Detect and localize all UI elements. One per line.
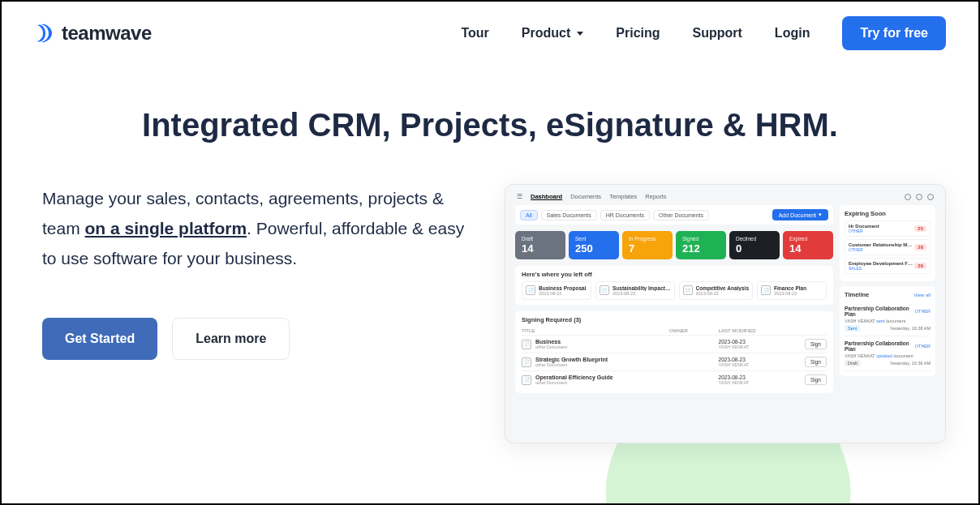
nav-support[interactable]: Support xyxy=(693,26,742,41)
stat-value: 212 xyxy=(682,242,720,255)
hero: Integrated CRM, Projects, eSignature & H… xyxy=(2,107,978,143)
th-title: TITLE xyxy=(522,328,669,333)
th-modified: LAST MODIFIED xyxy=(719,328,788,333)
document-icon: 📄 xyxy=(600,285,609,295)
brand-logo[interactable]: teamwave xyxy=(34,22,152,45)
timeline-item[interactable]: Partnership Collaboration PlanOTHER YASH… xyxy=(845,302,931,336)
stat-value: 14 xyxy=(522,242,559,255)
add-doc-label: Add Document xyxy=(779,212,816,218)
stat-card-signed[interactable]: Signed212 xyxy=(676,231,726,259)
tab-documents[interactable]: Documents xyxy=(570,193,601,200)
add-document-button[interactable]: Add Document ▾ xyxy=(772,209,828,220)
desc-underline: on a single platform xyxy=(85,219,247,238)
help-icon[interactable] xyxy=(905,194,911,200)
document-icon: 📄 xyxy=(526,285,535,295)
dashboard-preview: ☰ Dashboard Documents Templates Reports … xyxy=(505,184,946,443)
timeline-title: Timeline xyxy=(845,291,869,298)
hero-headline: Integrated CRM, Projects, eSignature & H… xyxy=(34,107,946,143)
row-date: 2023-08-23 xyxy=(719,339,788,345)
stat-label: In Progress xyxy=(629,236,666,242)
leftoff-date: 2023-08-23 xyxy=(612,291,671,296)
stat-value: 250 xyxy=(575,242,612,255)
pill-all[interactable]: All xyxy=(520,210,538,220)
pill-hr[interactable]: HR Documents xyxy=(600,210,650,220)
hero-description-column: Manage your sales, contacts, agreements,… xyxy=(42,184,480,360)
nav-tour[interactable]: Tour xyxy=(461,26,488,41)
chevron-down-icon xyxy=(577,32,583,36)
leftoff-date: 2023-08-23 xyxy=(696,291,750,296)
document-icon: 📄 xyxy=(761,285,771,295)
timeline-time: Yesterday, 10:38 AM xyxy=(890,326,931,331)
expiring-badge: 26 xyxy=(914,263,926,269)
stat-value: 7 xyxy=(629,242,666,255)
stat-card-in-progress[interactable]: In Progress7 xyxy=(622,231,673,259)
get-started-button[interactable]: Get Started xyxy=(42,318,157,360)
stat-label: Draft xyxy=(522,236,559,242)
bell-icon[interactable] xyxy=(927,194,934,200)
leftoff-item[interactable]: 📄Competitive Analysis2023-08-23 xyxy=(679,281,754,300)
nav-product[interactable]: Product xyxy=(522,26,583,41)
expiring-title: Expiring Soon xyxy=(845,210,931,217)
tab-dashboard[interactable]: Dashboard xyxy=(531,193,562,200)
sign-button[interactable]: Sign xyxy=(805,357,827,367)
leftoff-date: 2023-08-23 xyxy=(774,291,806,296)
stat-card-declined[interactable]: Declined0 xyxy=(729,231,780,259)
left-off-title: Here's where you left off xyxy=(522,271,827,278)
leftoff-item[interactable]: 📄Business Proposal2023-08-23 xyxy=(522,281,591,300)
nav-pricing[interactable]: Pricing xyxy=(616,26,660,41)
cta-row: Get Started Learn more xyxy=(42,318,480,360)
timeline-item[interactable]: Partnership Collaboration PlanOTHER YASH… xyxy=(845,336,931,371)
expiring-category: SALES xyxy=(849,266,913,271)
timeline-status: Sent xyxy=(845,325,860,332)
expiring-item[interactable]: Customer Relationship Manageme…OTHER26 xyxy=(845,239,931,255)
left-off-card: Here's where you left off 📄Business Prop… xyxy=(515,266,833,305)
nav-login[interactable]: Login xyxy=(775,26,810,41)
leftoff-title: Competitive Analysis xyxy=(696,285,750,291)
nav-product-label: Product xyxy=(522,26,570,41)
row-title: Operational Efficiency Guide xyxy=(535,374,613,380)
pin-icon[interactable] xyxy=(916,194,922,200)
timeline-card: Timeline View all Partnership Collaborat… xyxy=(840,286,935,376)
expiring-badge: 26 xyxy=(914,244,926,250)
timeline-doc-title: Partnership Collaboration Plan xyxy=(845,306,915,317)
leftoff-title: Sustainability Impact… xyxy=(612,285,671,291)
stat-card-draft[interactable]: Draft14 xyxy=(515,231,565,259)
leftoff-item[interactable]: 📄Finance Plan2023-08-23 xyxy=(757,281,827,300)
timeline-doc-title: Partnership Collaboration Plan xyxy=(845,340,915,352)
expiring-category: OTHER xyxy=(849,229,879,233)
sign-button[interactable]: Sign xyxy=(805,339,827,349)
row-title: Business xyxy=(535,339,567,345)
stat-card-sent[interactable]: Sent250 xyxy=(569,231,619,259)
wave-icon xyxy=(34,22,55,45)
tab-templates[interactable]: Templates xyxy=(609,193,637,200)
expiring-category: OTHER xyxy=(849,247,913,252)
document-icon: 📄 xyxy=(522,340,531,349)
signing-row: 📄Operational Efficiency Guideother Docum… xyxy=(522,370,827,388)
leftoff-title: Finance Plan xyxy=(774,285,806,291)
row-owner: YASH VENKAT xyxy=(719,362,788,367)
pill-other[interactable]: Other Documents xyxy=(653,210,709,220)
row-owner: YASH VENKAT xyxy=(719,380,788,385)
brand-name: teamwave xyxy=(62,22,152,45)
sign-button[interactable]: Sign xyxy=(805,374,827,385)
expiring-badge: 25 xyxy=(914,225,926,232)
stat-card-expired[interactable]: Expired14 xyxy=(783,231,833,259)
leftoff-item[interactable]: 📄Sustainability Impact…2023-08-23 xyxy=(595,281,675,300)
learn-more-button[interactable]: Learn more xyxy=(172,318,290,360)
expiring-item[interactable]: Hr DocumentOTHER25 xyxy=(845,220,931,237)
pill-sales[interactable]: Sales Documents xyxy=(541,210,597,220)
dash-menu-icon: ☰ xyxy=(517,193,522,200)
leftoff-title: Business Proposal xyxy=(539,285,587,291)
timeline-category: OTHER xyxy=(915,309,931,314)
stats-grid: Draft14Sent250In Progress7Signed212Decli… xyxy=(515,231,833,259)
expiring-item[interactable]: Employee Development FrameworkSALES26 xyxy=(845,258,931,274)
row-sub: other Document xyxy=(535,380,613,385)
signing-required-card: Signing Required (3) TITLE OWNER LAST MO… xyxy=(515,311,833,393)
tab-reports[interactable]: Reports xyxy=(645,193,666,200)
try-free-button[interactable]: Try for free xyxy=(842,16,946,50)
view-all-link[interactable]: View all xyxy=(913,293,931,297)
stat-value: 14 xyxy=(789,242,827,255)
signing-row: 📄Businessother Document 2023-08-23YASH V… xyxy=(522,335,827,353)
stat-label: Signed xyxy=(682,236,720,242)
chevron-down-icon: ▾ xyxy=(819,212,822,218)
